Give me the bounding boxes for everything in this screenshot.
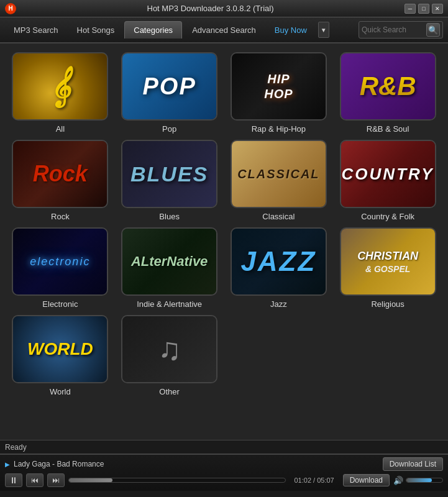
category-jazz-thumb: JAZZ [231, 227, 327, 296]
category-electronic[interactable]: electronic Electronic [9, 227, 112, 309]
rap-text: HIPHOP [264, 71, 293, 101]
app-icon-text: H [8, 5, 12, 12]
prev-button[interactable]: ⏮ [26, 473, 43, 487]
category-indie-image: ALterNative [122, 229, 216, 294]
player-bar: ▶ Lady Gaga - Bad Romance Download List … [0, 454, 448, 491]
pop-text: POP [143, 73, 196, 100]
download-button[interactable]: Download [343, 474, 390, 486]
category-other[interactable]: ♫ Other [118, 315, 221, 396]
category-country-label: Country & Folk [361, 212, 414, 221]
category-rap-image: HIPHOP [232, 53, 326, 119]
tab-hotsongs[interactable]: Hot Songs [68, 22, 124, 39]
main-area: All POP Pop HIPHOP Rap & Hip-Hop [0, 43, 448, 440]
category-classical-thumb: Classical [231, 140, 327, 208]
category-all-thumb [12, 52, 108, 121]
search-icon: 🔍 [428, 25, 438, 35]
music-note-icon: ♫ [158, 331, 181, 367]
track-name: Lady Gaga - Bad Romance [14, 460, 104, 468]
categories-scroll[interactable]: All POP Pop HIPHOP Rap & Hip-Hop [0, 43, 448, 440]
maximize-button[interactable]: □ [418, 4, 429, 14]
category-rnb-label: R&B & Soul [367, 124, 409, 134]
status-bar: Ready [0, 440, 448, 454]
category-rap-thumb: HIPHOP [231, 52, 327, 121]
category-rnb-thumb: R&B [340, 52, 436, 121]
category-world-label: World [50, 387, 71, 396]
category-blues[interactable]: BLUES Blues [118, 140, 221, 221]
category-other-image: ♫ [122, 316, 216, 382]
category-rap[interactable]: HIPHOP Rap & Hip-Hop [227, 52, 331, 134]
category-religious[interactable]: CHRISTIAN & GOSPEL Religious [336, 227, 439, 309]
classical-text: Classical [237, 167, 319, 181]
category-rnb[interactable]: R&B R&B & Soul [336, 52, 439, 134]
volume-bar[interactable] [406, 478, 443, 483]
window-controls: ─ □ ✕ [405, 4, 443, 14]
next-button[interactable]: ⏭ [47, 473, 65, 487]
download-list-button[interactable]: Download List [383, 457, 443, 471]
volume-control: 🔊 [393, 476, 443, 485]
blues-text: BLUES [130, 162, 208, 186]
category-world-thumb: WORLD [12, 315, 108, 383]
category-electronic-thumb: electronic [12, 227, 108, 296]
jazz-text: JAZZ [240, 246, 316, 277]
volume-fill [406, 478, 432, 482]
player-controls: ⏸ ⏮ ⏭ 01:02 / 05:07 Download 🔊 [5, 473, 443, 487]
electronic-text: electronic [30, 255, 90, 268]
category-all-image [13, 53, 107, 119]
tab-advancedsearch[interactable]: Advanced Search [183, 22, 265, 39]
close-button[interactable]: ✕ [432, 4, 443, 14]
category-other-label: Other [159, 387, 180, 396]
category-world-image: WORLD [13, 316, 107, 382]
minimize-button[interactable]: ─ [405, 4, 416, 14]
quick-search-button[interactable]: 🔍 [426, 23, 440, 37]
indie-text: ALterNative [131, 253, 208, 270]
category-pop-label: Pop [162, 124, 176, 134]
title-bar: H Hot MP3 Downloader 3.0.8.2 (Trial) ─ □… [0, 0, 448, 17]
app-title: Hot MP3 Downloader 3.0.8.2 (Trial) [16, 4, 405, 13]
category-rock[interactable]: Rock Rock [9, 140, 112, 221]
category-country-thumb: COUNTRY [340, 140, 436, 208]
time-display: 01:02 / 05:07 [290, 476, 339, 484]
category-rock-thumb: Rock [12, 140, 108, 208]
category-jazz-image: JAZZ [232, 229, 326, 294]
category-rap-label: Rap & Hip-Hop [252, 124, 306, 134]
status-text: Ready [5, 443, 27, 452]
category-pop[interactable]: POP Pop [118, 52, 221, 134]
tab-mp3search[interactable]: MP3 Search [5, 22, 67, 39]
progress-bar[interactable] [68, 478, 286, 483]
category-all-label: All [56, 124, 65, 134]
play-indicator-icon: ▶ [5, 461, 10, 468]
categories-grid: All POP Pop HIPHOP Rap & Hip-Hop [6, 50, 442, 399]
category-country-image: COUNTRY [341, 141, 435, 207]
category-jazz-label: Jazz [270, 299, 287, 309]
religious-text2: & GOSPEL [365, 264, 410, 274]
tab-categories[interactable]: Categories [124, 21, 182, 39]
player-track-info: ▶ Lady Gaga - Bad Romance [5, 460, 104, 468]
player-top: ▶ Lady Gaga - Bad Romance Download List [5, 457, 443, 471]
pause-button[interactable]: ⏸ [5, 473, 22, 487]
category-religious-label: Religious [371, 299, 404, 309]
category-indie-label: Indie & Alertnative [137, 299, 202, 309]
nav-dropdown-button[interactable]: ▼ [318, 22, 329, 38]
category-country[interactable]: COUNTRY Country & Folk [336, 140, 439, 221]
country-text: COUNTRY [342, 165, 434, 184]
category-classical[interactable]: Classical Classical [227, 140, 331, 221]
category-jazz[interactable]: JAZZ Jazz [227, 227, 331, 309]
category-classical-label: Classical [262, 212, 295, 221]
rock-text: Rock [33, 161, 88, 187]
category-indie-thumb: ALterNative [121, 227, 217, 296]
rnb-text: R&B [360, 71, 416, 101]
progress-fill [69, 478, 112, 482]
category-indie[interactable]: ALterNative Indie & Alertnative [118, 227, 221, 309]
category-pop-image: POP [122, 53, 216, 119]
app-icon: H [5, 3, 16, 14]
category-religious-thumb: CHRISTIAN & GOSPEL [340, 227, 436, 296]
tab-buynow[interactable]: Buy Now [266, 22, 316, 39]
category-rock-image: Rock [13, 141, 107, 207]
religious-text1: CHRISTIAN [357, 250, 418, 263]
category-electronic-image: electronic [13, 229, 107, 294]
category-religious-image: CHRISTIAN & GOSPEL [341, 229, 435, 294]
world-text: WORLD [27, 339, 93, 359]
category-world[interactable]: WORLD World [9, 315, 112, 396]
category-all[interactable]: All [9, 52, 112, 134]
quick-search-input[interactable] [362, 25, 424, 34]
